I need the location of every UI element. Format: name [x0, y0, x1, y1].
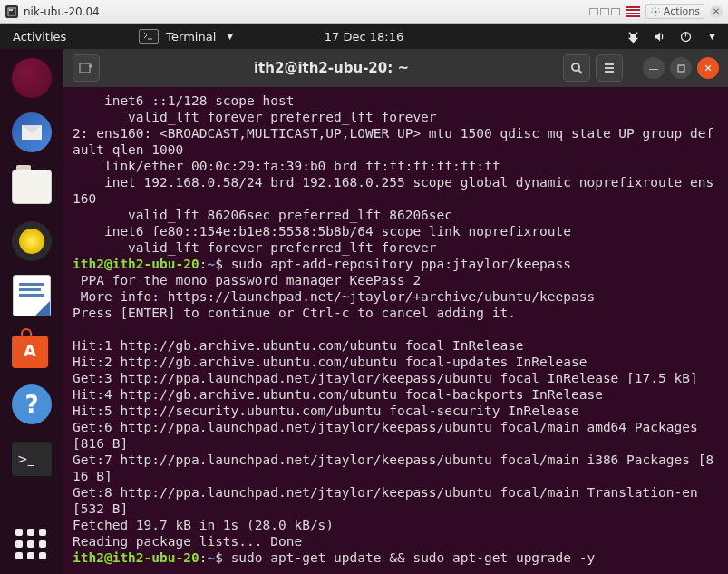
vm-icon — [5, 5, 18, 18]
keyboard-flag-icon[interactable] — [626, 6, 640, 17]
prompt-user: ith2@ith2-ubu-20 — [73, 257, 199, 271]
terminal-line: Get:6 http://ppa.launchpad.net/jtaylor/k… — [73, 420, 705, 451]
chevron-down-icon: ▼ — [709, 32, 715, 41]
terminal-line: link/ether 00:0c:29:fa:39:b0 brd ff:ff:f… — [73, 159, 500, 173]
terminal-line: Get:7 http://ppa.launchpad.net/jtaylor/k… — [73, 452, 713, 483]
terminal-line: Press [ENTER] to continue or Ctrl-c to c… — [73, 306, 516, 320]
svg-rect-9 — [678, 65, 684, 72]
prompt-path: ~ — [207, 257, 215, 271]
terminal-line: Hit:2 http://gb.archive.ubuntu.com/ubunt… — [73, 355, 587, 369]
search-button[interactable] — [563, 54, 590, 82]
new-tab-button[interactable] — [73, 54, 100, 82]
svg-point-8 — [572, 63, 579, 71]
terminal-line: valid_lft forever preferred_lft forever — [73, 240, 437, 255]
terminal-line: inet6 fe80::154e:b1e8:5558:5b8b/64 scope… — [73, 224, 579, 238]
command-text: sudo apt-get update && sudo apt-get upgr… — [231, 550, 596, 565]
terminal-body[interactable]: inet6 ::1/128 scope host valid_lft forev… — [63, 87, 728, 574]
dock-ubuntu-software[interactable] — [8, 326, 55, 374]
dock-firefox[interactable] — [8, 54, 55, 102]
terminal-line: Hit:4 http://gb.archive.ubuntu.com/ubunt… — [73, 387, 603, 402]
volume-icon — [653, 30, 666, 44]
svg-rect-1 — [9, 9, 13, 11]
terminal-line: inet6 ::1/128 scope host — [73, 93, 302, 108]
terminal-line: Reading package lists... Done — [73, 534, 302, 549]
close-button[interactable]: ✕ — [697, 57, 719, 79]
dock: ? >_ — [0, 49, 63, 574]
dock-rhythmbox[interactable] — [8, 218, 55, 265]
dock-libreoffice-writer[interactable] — [8, 272, 55, 319]
vm-actions-label: Actions — [664, 5, 700, 17]
terminal-line: More info: https://launchpad.net/~jtaylo… — [73, 289, 595, 304]
command-text: sudo apt-add-repository ppa:jtaylor/keep… — [231, 257, 571, 271]
terminal-line: PPA for the mono password manager KeePas… — [73, 273, 421, 287]
terminal-line: Hit:1 http://gb.archive.ubuntu.com/ubunt… — [73, 338, 524, 353]
terminal-window: ith2@ith2-ubu-20: ~ — ✕ inet6 ::1/128 sc… — [63, 49, 728, 574]
minimize-button[interactable]: — — [643, 57, 665, 79]
system-tray[interactable]: ▼ — [626, 30, 715, 44]
terminal-line: Get:8 http://ppa.launchpad.net/jtaylor/k… — [73, 485, 705, 516]
svg-rect-7 — [80, 63, 90, 73]
prompt-path: ~ — [207, 550, 215, 565]
chevron-down-icon: ▼ — [227, 32, 233, 41]
dock-help[interactable]: ? — [8, 381, 55, 428]
network-icon — [626, 30, 640, 44]
vm-screen-icons[interactable] — [589, 8, 620, 15]
show-apps-button[interactable] — [15, 529, 48, 561]
dock-files[interactable] — [8, 163, 55, 210]
terminal-line: Get:3 http://ppa.launchpad.net/jtaylor/k… — [73, 371, 698, 385]
power-icon — [679, 30, 693, 44]
svg-point-2 — [654, 10, 656, 13]
dock-terminal[interactable]: >_ — [8, 435, 55, 482]
vm-title: nik-ubu-20.04 — [24, 5, 100, 18]
vm-actions-button[interactable]: Actions — [645, 4, 704, 19]
terminal-line: Fetched 19.7 kB in 1s (28.0 kB/s) — [73, 518, 334, 532]
terminal-line: valid_lft 86206sec preferred_lft 86206se… — [73, 208, 452, 222]
gnome-top-panel: Activities Terminal ▼ 17 Dec 18:16 ▼ — [0, 24, 728, 49]
terminal-line: 2: ens160: <BROADCAST,MULTICAST,UP,LOWER… — [73, 126, 713, 157]
terminal-title: ith2@ith2-ubu-20: ~ — [107, 60, 556, 76]
panel-datetime[interactable]: 17 Dec 18:16 — [325, 30, 403, 44]
terminal-headerbar: ith2@ith2-ubu-20: ~ — ✕ — [63, 49, 728, 87]
activities-button[interactable]: Activities — [13, 30, 66, 44]
terminal-line: valid_lft forever preferred_lft forever — [73, 110, 437, 124]
dock-thunderbird[interactable] — [8, 109, 55, 156]
maximize-button[interactable] — [670, 57, 692, 79]
terminal-line: inet 192.168.0.58/24 brd 192.168.0.255 s… — [73, 175, 713, 206]
terminal-line: Hit:5 http://security.ubuntu.com/ubuntu … — [73, 404, 579, 418]
vm-close-icon[interactable]: ✕ — [710, 5, 723, 18]
prompt-user: ith2@ith2-ubu-20 — [73, 550, 199, 565]
app-menu-label: Terminal — [166, 30, 216, 44]
app-menu[interactable]: Terminal ▼ — [139, 29, 233, 44]
hamburger-menu-button[interactable] — [596, 54, 623, 82]
vm-titlebar: nik-ubu-20.04 Actions ✕ — [0, 0, 728, 24]
terminal-app-icon — [139, 29, 159, 44]
